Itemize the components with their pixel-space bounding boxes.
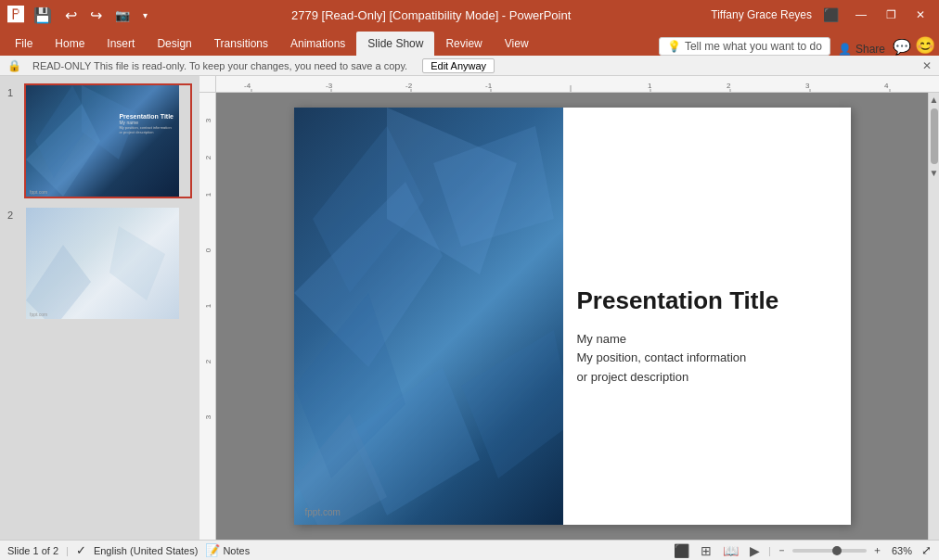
share-label: Share	[855, 43, 885, 56]
main-area: 1 Presentation Title My name My position…	[0, 76, 939, 540]
slide1-title: Presentation Title	[119, 113, 174, 120]
readonly-icon: 🔒	[7, 59, 21, 72]
scroll-down-arrow[interactable]: ▼	[928, 166, 939, 180]
title-bar: 🅿 💾 ↩ ↪ 📷 ▾ 2779 [Read-Only] [Compatibil…	[0, 0, 939, 30]
slide-main-line3: or project description	[577, 368, 832, 388]
zoom-level[interactable]: 63%	[892, 545, 912, 556]
powerpoint-icon: 🅿	[7, 6, 24, 25]
quick-access-camera[interactable]: 📷	[111, 6, 134, 24]
user-name: Tiffany Grace Reyes	[711, 8, 812, 21]
slide1-watermark: fppt.com	[30, 189, 47, 195]
tab-animations[interactable]: Animations	[279, 32, 356, 56]
status-left: Slide 1 of 2 | ✓ English (United States)…	[7, 543, 663, 557]
tell-me-text: Tell me what you want to do	[685, 40, 822, 53]
tell-me-box[interactable]: 💡 Tell me what you want to do	[659, 37, 830, 56]
svg-text:3: 3	[204, 118, 212, 122]
svg-marker-3	[26, 245, 91, 319]
notes-button[interactable]: 📝 Notes	[205, 543, 250, 557]
slide-info: Slide 1 of 2	[7, 545, 58, 556]
notes-label: Notes	[223, 545, 250, 556]
horizontal-ruler: for ticks from -5 to 5 -4 -3 -2 -1 1 2	[216, 76, 939, 93]
reading-view-button[interactable]: 📖	[720, 542, 741, 559]
ribbon-tabs: File Home Insert Design Transitions Anim…	[0, 30, 939, 56]
slide-thumb-2[interactable]: 2 fppt.com	[7, 206, 192, 321]
slide-main-title: Presentation Title	[577, 286, 832, 315]
edit-anyway-button[interactable]: Edit Anyway	[422, 58, 495, 73]
app-title: 2779 [Read-Only] [Compatibility Mode] - …	[151, 8, 711, 22]
tab-view[interactable]: View	[494, 32, 540, 56]
canvas-area: for ticks from -5 to 5 -4 -3 -2 -1 1 2	[199, 76, 939, 540]
slide-canvas-1: Presentation Title My name My position, …	[26, 85, 179, 197]
slide-main-line2: My position, contact information	[577, 350, 832, 369]
tablet-icon[interactable]: ⬛	[819, 6, 843, 24]
minimize-button[interactable]: —	[850, 4, 872, 26]
svg-text:1: 1	[204, 192, 212, 197]
slide1-subtitle3: or project description	[119, 130, 174, 134]
status-right: ⬛ ⊞ 📖 ▶ | － ＋ 63% ⤢	[671, 542, 932, 559]
tab-slideshow[interactable]: Slide Show	[356, 32, 434, 56]
slide-image-1[interactable]: Presentation Title My name My position, …	[24, 83, 192, 198]
status-sep1: |	[66, 545, 69, 556]
main-slide: Presentation Title My name My position, …	[294, 108, 851, 525]
svg-text:2: 2	[727, 82, 731, 90]
slide-content: Presentation Title My name My position, …	[577, 286, 832, 388]
slide2-watermark: fppt.com	[30, 312, 47, 317]
slide-view-wrapper: 3 2 1 0 1 2 3	[199, 93, 939, 540]
quick-access-undo[interactable]: ↩	[61, 5, 81, 26]
zoom-out-icon[interactable]: －	[777, 543, 787, 557]
lightbulb-icon: 💡	[667, 40, 681, 53]
zoom-slider[interactable]	[792, 549, 867, 553]
status-sep2: |	[768, 545, 771, 556]
close-banner[interactable]: ✕	[922, 59, 932, 72]
svg-text:3: 3	[204, 414, 212, 419]
slide-main-line1: My name	[577, 330, 832, 350]
spell-check-icon[interactable]: ✓	[76, 543, 86, 557]
zoom-thumb[interactable]	[832, 546, 842, 555]
slideshow-view-button[interactable]: ▶	[747, 542, 763, 559]
tab-design[interactable]: Design	[146, 32, 202, 56]
fit-slide-button[interactable]: ⤢	[921, 543, 932, 557]
tab-insert[interactable]: Insert	[96, 32, 146, 56]
svg-text:3: 3	[805, 82, 810, 90]
close-button[interactable]: ✕	[909, 4, 932, 26]
zoom-in-icon[interactable]: ＋	[872, 543, 882, 557]
slide1-text: Presentation Title My name My position, …	[119, 113, 174, 134]
svg-text:1: 1	[648, 82, 652, 90]
language-info: English (United States)	[94, 545, 199, 556]
scroll-up-arrow[interactable]: ▲	[928, 93, 939, 107]
title-bar-right: Tiffany Grace Reyes ⬛ — ❐ ✕	[711, 4, 932, 26]
quick-access-dropdown[interactable]: ▾	[139, 8, 151, 22]
quick-access-redo[interactable]: ↪	[86, 5, 106, 26]
vertical-scrollbar[interactable]: ▲ ▼	[928, 93, 939, 540]
svg-text:4: 4	[884, 82, 889, 90]
tab-review[interactable]: Review	[434, 32, 493, 56]
quick-access-save[interactable]: 💾	[30, 5, 56, 26]
slide-image-2[interactable]: fppt.com	[24, 206, 192, 321]
slide1-shapes-svg	[26, 85, 179, 197]
ruler-corner	[199, 76, 216, 93]
slide-sorter-button[interactable]: ⊞	[698, 542, 714, 559]
svg-text:2: 2	[204, 155, 212, 159]
vertical-ruler: 3 2 1 0 1 2 3	[199, 93, 216, 540]
slide-num-1: 1	[7, 87, 19, 98]
ruler-svg-v: 3 2 1 0 1 2 3	[199, 93, 216, 540]
svg-text:-1: -1	[485, 82, 493, 90]
svg-text:0: 0	[204, 248, 212, 252]
normal-view-button[interactable]: ⬛	[671, 542, 692, 559]
tab-home[interactable]: Home	[44, 32, 96, 56]
emoji-icon: 😊	[915, 35, 935, 56]
slide-num-2: 2	[7, 210, 19, 221]
share-button[interactable]: 👤 Share	[838, 43, 885, 56]
slide-thumb-1[interactable]: 1 Presentation Title My name My position…	[7, 83, 192, 198]
restore-button[interactable]: ❐	[880, 4, 902, 26]
tab-transitions[interactable]: Transitions	[203, 32, 279, 56]
status-bar: Slide 1 of 2 | ✓ English (United States)…	[0, 540, 939, 560]
svg-marker-4	[109, 226, 165, 300]
scroll-thumb-v[interactable]	[931, 108, 938, 164]
share-person-icon: 👤	[838, 43, 852, 56]
slide-view[interactable]: Presentation Title My name My position, …	[216, 93, 928, 540]
comment-icon[interactable]: 💬	[893, 38, 911, 56]
readonly-text: READ-ONLY This file is read-only. To kee…	[32, 60, 407, 71]
slide2-shapes-svg	[26, 208, 179, 319]
tab-file[interactable]: File	[4, 32, 44, 56]
